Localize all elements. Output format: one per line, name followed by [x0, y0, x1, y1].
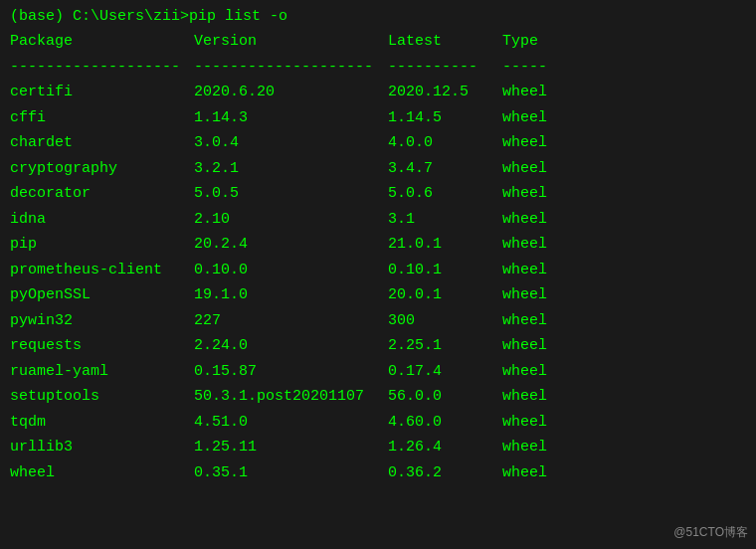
cell-latest: 21.0.1	[388, 232, 502, 258]
cell-version: 19.1.0	[194, 282, 388, 308]
cell-latest: 2.25.1	[388, 333, 502, 359]
sep-latest: ----------	[388, 55, 502, 81]
cell-type: wheel	[502, 359, 582, 385]
sep-version: --------------------	[194, 55, 388, 81]
cell-version: 2.24.0	[194, 333, 388, 359]
cell-package: prometheus-client	[10, 258, 194, 283]
cell-latest: 4.0.0	[388, 130, 502, 156]
table-row: decorator5.0.55.0.6wheel	[10, 181, 746, 207]
table-container: Package Version Latest Type ------------…	[10, 29, 746, 485]
cell-type: wheel	[502, 282, 582, 308]
header-latest: Latest	[388, 29, 502, 55]
table-separator: ------------------- --------------------…	[10, 55, 746, 81]
cell-latest: 3.4.7	[388, 156, 502, 182]
header-type: Type	[502, 29, 582, 55]
table-row: tqdm4.51.04.60.0wheel	[10, 410, 746, 436]
cell-version: 20.2.4	[194, 232, 388, 258]
table-row: urllib31.25.111.26.4wheel	[10, 435, 746, 460]
cell-package: tqdm	[10, 410, 194, 436]
cell-version: 0.15.87	[194, 359, 388, 385]
cell-type: wheel	[502, 333, 582, 359]
cell-latest: 4.60.0	[388, 410, 502, 436]
header-version: Version	[194, 29, 388, 55]
table-header: Package Version Latest Type	[10, 29, 746, 55]
cell-latest: 0.10.1	[388, 258, 502, 283]
cell-type: wheel	[502, 80, 582, 105]
cell-version: 5.0.5	[194, 181, 388, 207]
cell-version: 50.3.1.post20201107	[194, 384, 388, 410]
cell-version: 1.25.11	[194, 435, 388, 460]
cell-package: urllib3	[10, 435, 194, 460]
table-row: cryptography3.2.13.4.7wheel	[10, 156, 746, 182]
table-row: requests2.24.02.25.1wheel	[10, 333, 746, 359]
cell-version: 227	[194, 308, 388, 334]
cell-package: decorator	[10, 181, 194, 207]
cell-type: wheel	[502, 435, 582, 460]
cell-package: ruamel-yaml	[10, 359, 194, 385]
table-row: pyOpenSSL19.1.020.0.1wheel	[10, 282, 746, 308]
table-row: setuptools50.3.1.post2020110756.0.0wheel	[10, 384, 746, 410]
cell-type: wheel	[502, 460, 582, 486]
sep-package: -------------------	[10, 55, 194, 81]
cell-package: cffi	[10, 105, 194, 131]
table-row: wheel0.35.10.36.2wheel	[10, 460, 746, 486]
cell-type: wheel	[502, 384, 582, 410]
cell-latest: 56.0.0	[388, 384, 502, 410]
data-rows-container: certifi2020.6.202020.12.5wheelcffi1.14.3…	[10, 80, 746, 485]
watermark: @51CTO博客	[673, 524, 748, 541]
cell-type: wheel	[502, 410, 582, 436]
cell-type: wheel	[502, 105, 582, 131]
cell-latest: 3.1	[388, 207, 502, 233]
header-package: Package	[10, 29, 194, 55]
cell-type: wheel	[502, 207, 582, 233]
terminal: (base) C:\Users\zii>pip list -o Package …	[10, 8, 746, 541]
prompt-line: (base) C:\Users\zii>pip list -o	[10, 8, 746, 25]
cell-latest: 0.17.4	[388, 359, 502, 385]
cell-version: 4.51.0	[194, 410, 388, 436]
table-row: chardet3.0.44.0.0wheel	[10, 130, 746, 156]
cell-latest: 2020.12.5	[388, 80, 502, 105]
cell-type: wheel	[502, 232, 582, 258]
cell-version: 2020.6.20	[194, 80, 388, 105]
cell-package: cryptography	[10, 156, 194, 182]
cell-type: wheel	[502, 308, 582, 334]
cell-package: chardet	[10, 130, 194, 156]
sep-type: -----	[502, 55, 582, 81]
cell-type: wheel	[502, 258, 582, 283]
table-row: pip20.2.421.0.1wheel	[10, 232, 746, 258]
cell-type: wheel	[502, 156, 582, 182]
cell-version: 3.2.1	[194, 156, 388, 182]
cell-package: requests	[10, 333, 194, 359]
table-row: ruamel-yaml0.15.870.17.4wheel	[10, 359, 746, 385]
cell-package: pip	[10, 232, 194, 258]
table-row: pywin32227300wheel	[10, 308, 746, 334]
cell-package: setuptools	[10, 384, 194, 410]
cell-type: wheel	[502, 130, 582, 156]
cell-package: certifi	[10, 80, 194, 105]
cell-latest: 1.26.4	[388, 435, 502, 460]
cell-version: 2.10	[194, 207, 388, 233]
cell-version: 0.35.1	[194, 460, 388, 486]
cell-latest: 5.0.6	[388, 181, 502, 207]
table-row: prometheus-client0.10.00.10.1wheel	[10, 258, 746, 283]
cell-version: 1.14.3	[194, 105, 388, 131]
cell-latest: 0.36.2	[388, 460, 502, 486]
table-row: cffi1.14.31.14.5wheel	[10, 105, 746, 131]
cell-package: pywin32	[10, 308, 194, 334]
cell-version: 3.0.4	[194, 130, 388, 156]
cell-latest: 300	[388, 308, 502, 334]
table-row: certifi2020.6.202020.12.5wheel	[10, 80, 746, 105]
cell-package: idna	[10, 207, 194, 233]
cell-latest: 1.14.5	[388, 105, 502, 131]
cell-package: wheel	[10, 460, 194, 486]
cell-package: pyOpenSSL	[10, 282, 194, 308]
cell-latest: 20.0.1	[388, 282, 502, 308]
cell-type: wheel	[502, 181, 582, 207]
table-row: idna2.103.1wheel	[10, 207, 746, 233]
cell-version: 0.10.0	[194, 258, 388, 283]
